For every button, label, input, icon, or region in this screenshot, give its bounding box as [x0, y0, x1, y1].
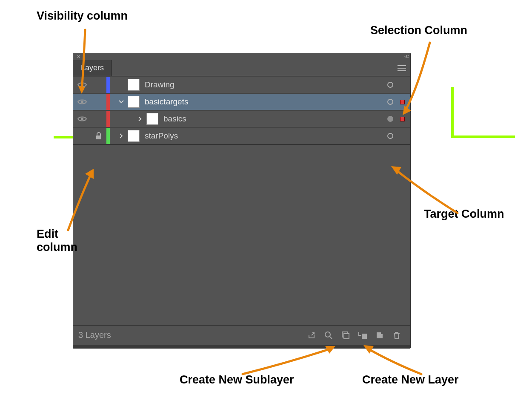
chevron-right-icon[interactable] — [115, 133, 128, 139]
svg-rect-0 — [398, 65, 406, 66]
svg-point-7 — [325, 332, 330, 337]
selection-indicator[interactable] — [397, 117, 408, 121]
target-button[interactable] — [384, 133, 397, 139]
export-icon[interactable] — [303, 329, 320, 342]
green-corner-left — [54, 136, 75, 138]
resize-grip[interactable] — [73, 345, 410, 348]
svg-rect-2 — [398, 70, 406, 71]
layer-thumbnail[interactable] — [128, 79, 140, 91]
selection-indicator[interactable] — [397, 100, 408, 104]
layer-name[interactable]: starPolys — [144, 131, 384, 141]
target-button[interactable] — [384, 116, 397, 122]
green-corner-right — [451, 87, 515, 138]
svg-rect-6 — [96, 135, 101, 139]
layer-name[interactable]: Drawing — [144, 80, 384, 89]
layer-row[interactable]: basics — [73, 110, 410, 127]
lock-toggle[interactable] — [91, 132, 106, 140]
layer-color-indicator — [106, 77, 110, 93]
layer-row[interactable]: starPolys — [73, 127, 410, 144]
layers-panel: ✕ << Layers Drawingbasictargetsbasicssta… — [73, 53, 411, 349]
layer-thumbnail[interactable] — [128, 96, 140, 108]
layer-name[interactable]: basics — [163, 114, 384, 124]
svg-point-5 — [81, 118, 83, 120]
layer-color-indicator — [106, 94, 110, 110]
svg-rect-1 — [398, 68, 406, 69]
chevron-down-icon[interactable] — [115, 100, 128, 104]
visibility-toggle[interactable] — [73, 115, 91, 122]
annotation-new-sublayer: Create New Sublayer — [180, 373, 294, 386]
annotation-target: Target Column — [424, 208, 504, 221]
svg-point-4 — [81, 101, 83, 103]
layer-name[interactable]: basictargets — [144, 97, 384, 107]
svg-rect-9 — [344, 334, 349, 339]
annotation-edit: Edit column — [37, 228, 92, 254]
target-button[interactable] — [384, 99, 397, 105]
layer-thumbnail[interactable] — [146, 113, 158, 125]
collapse-icon[interactable]: << — [404, 54, 408, 60]
close-icon[interactable]: ✕ — [76, 54, 82, 60]
chevron-right-icon[interactable] — [134, 116, 146, 122]
target-button[interactable] — [384, 82, 397, 88]
panel-menu-icon[interactable] — [393, 60, 410, 76]
layer-count-label: 3 Layers — [78, 330, 111, 340]
new-sublayer-button[interactable] — [354, 329, 371, 342]
annotation-visibility: Visibility column — [37, 9, 128, 23]
layer-row[interactable]: Drawing — [73, 76, 410, 93]
visibility-toggle[interactable] — [73, 81, 91, 88]
layer-row[interactable]: basictargets — [73, 93, 410, 110]
annotation-new-layer: Create New Layer — [362, 373, 459, 386]
new-layer-button[interactable] — [371, 329, 388, 342]
svg-rect-10 — [362, 334, 367, 339]
trash-icon[interactable] — [388, 329, 405, 342]
layer-color-indicator — [106, 128, 110, 144]
layer-thumbnail[interactable] — [128, 130, 140, 142]
collect-icon[interactable] — [337, 329, 354, 342]
layers-tab[interactable]: Layers — [73, 60, 112, 76]
visibility-toggle[interactable] — [73, 98, 91, 105]
svg-point-3 — [81, 84, 83, 86]
annotation-selection: Selection Column — [370, 24, 467, 37]
layer-color-indicator — [106, 111, 110, 127]
search-icon[interactable] — [320, 329, 337, 342]
